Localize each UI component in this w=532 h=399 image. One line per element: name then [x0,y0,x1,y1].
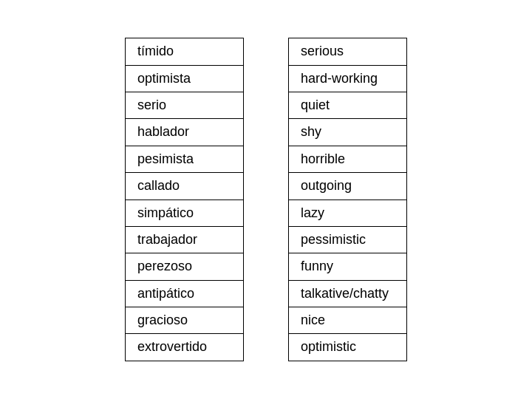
table-row: extrovertido [126,334,244,361]
table-row: lazy [289,200,407,226]
english-word: talkative/chatty [289,280,407,307]
table-row: nice [289,307,407,334]
table-row: shy [289,119,407,146]
table-row: horrible [289,146,407,172]
spanish-word: serio [126,92,244,118]
table-row: pessimistic [289,226,407,253]
english-word: nice [289,307,407,334]
table-row: serious [289,38,407,65]
table-row: funny [289,253,407,280]
english-word: shy [289,119,407,146]
english-word: funny [289,253,407,280]
spanish-word: perezoso [126,253,244,280]
table-row: outgoing [289,173,407,200]
english-word: optimistic [289,334,407,361]
english-table: serioushard-workingquietshyhorribleoutgo… [288,38,407,361]
english-word: serious [289,38,407,65]
table-row: talkative/chatty [289,280,407,307]
table-row: hablador [126,119,244,146]
table-row: pesimista [126,146,244,172]
table-row: tímido [126,38,244,65]
spanish-word: trabajador [126,226,244,253]
spanish-word: gracioso [126,307,244,334]
spanish-word: pesimista [126,146,244,172]
english-word: quiet [289,92,407,118]
spanish-word: callado [126,173,244,200]
spanish-word: hablador [126,119,244,146]
spanish-word: extrovertido [126,334,244,361]
english-word: pessimistic [289,226,407,253]
table-row: antipático [126,280,244,307]
spanish-word: antipático [126,280,244,307]
english-word: outgoing [289,173,407,200]
spanish-word: optimista [126,65,244,92]
english-word: lazy [289,200,407,226]
spanish-word: tímido [126,38,244,65]
main-container: tímidooptimistaseriohabladorpesimistacal… [110,23,422,376]
table-row: simpático [126,200,244,226]
table-row: optimista [126,65,244,92]
table-row: hard-working [289,65,407,92]
table-row: trabajador [126,226,244,253]
spanish-word: simpático [126,200,244,226]
table-row: callado [126,173,244,200]
english-word: hard-working [289,65,407,92]
spanish-table: tímidooptimistaseriohabladorpesimistacal… [125,38,244,361]
table-row: serio [126,92,244,118]
english-word: horrible [289,146,407,172]
table-row: optimistic [289,334,407,361]
table-row: perezoso [126,253,244,280]
table-row: gracioso [126,307,244,334]
table-row: quiet [289,92,407,118]
